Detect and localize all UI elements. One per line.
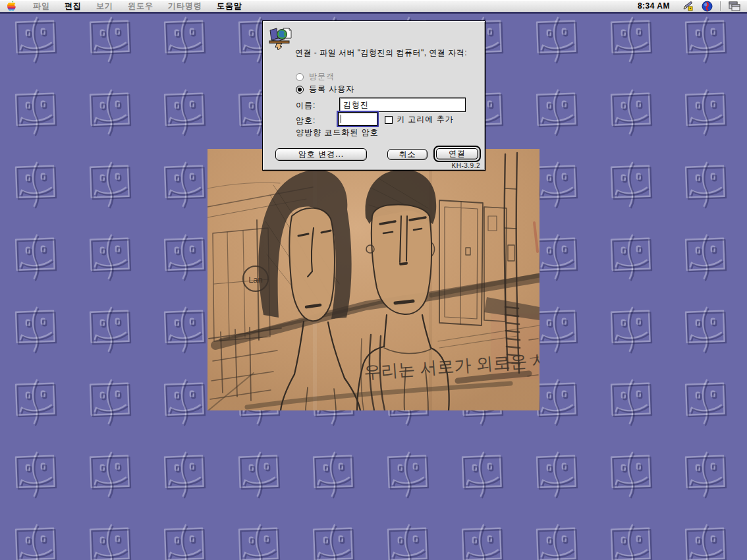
text-caret: [341, 115, 341, 123]
input-method-menu[interactable]: [682, 1, 694, 11]
menu-other-commands: 기타명령: [161, 1, 209, 12]
default-button-ring: 연결: [433, 146, 481, 162]
artwork-badge-text: Lan: [248, 275, 263, 285]
dialog-title: 연결 - 파일 서버 "김형진의 컴퓨터", 연결 자격:: [295, 47, 481, 59]
menu-file: 파일: [26, 1, 57, 12]
radio-guest-circle: [296, 73, 304, 81]
password-focus-ring: [337, 111, 379, 127]
password-label: 암호:: [296, 115, 316, 126]
application-menu[interactable]: [702, 1, 713, 12]
application-switcher-menu[interactable]: [729, 1, 740, 11]
file-server-icon: [267, 26, 292, 50]
application-switcher-icon: [729, 1, 740, 11]
encryption-note: 양방향 코드화된 암호: [296, 127, 379, 138]
menu-bar: 파일 편집 보기 윈도우 기타명령 도움말 8:34 AM: [0, 0, 747, 13]
menu-window: 윈도우: [121, 1, 161, 12]
apple-logo-icon: [7, 1, 16, 11]
radio-registered-label: 등록 사용자: [309, 84, 354, 95]
menu-help[interactable]: 도움말: [209, 1, 250, 12]
apple-menu[interactable]: [7, 1, 16, 11]
desktop-picture-sketch: Lan 우리는 서로가 외로운 사람들: [208, 149, 540, 410]
radio-guest: 방문객: [296, 71, 335, 82]
keychain-option[interactable]: 키 고리에 추가: [385, 114, 454, 125]
menu-view: 보기: [89, 1, 121, 12]
menubar-divider: [720, 1, 721, 11]
menu-edit[interactable]: 편집: [57, 1, 89, 12]
connect-button[interactable]: 연결: [436, 148, 478, 159]
cancel-button[interactable]: 취소: [387, 149, 428, 160]
radio-registered-circle[interactable]: [296, 86, 304, 94]
change-password-button[interactable]: 암호 변경...: [275, 148, 367, 161]
keychain-label: 키 고리에 추가: [397, 114, 454, 125]
menu-clock[interactable]: 8:34 AM: [638, 1, 670, 11]
radio-registered[interactable]: 등록 사용자: [296, 84, 354, 95]
connect-to-server-dialog: 연결 - 파일 서버 "김형진의 컴퓨터", 연결 자격: 방문객 등록 사용자…: [262, 20, 485, 171]
keychain-checkbox[interactable]: [385, 116, 393, 124]
name-label: 이름:: [296, 100, 316, 111]
radio-guest-label: 방문객: [309, 71, 335, 82]
application-round-icon: [702, 1, 713, 12]
version-label: KH-3.9.2: [452, 162, 480, 169]
input-method-pencil-icon: [682, 1, 694, 11]
password-input[interactable]: [338, 112, 377, 126]
name-input[interactable]: 김형진: [339, 98, 466, 112]
